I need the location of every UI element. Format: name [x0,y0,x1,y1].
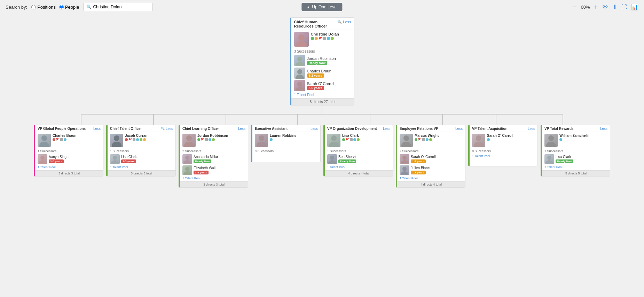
child-card-title: Chief Learning Officer [182,127,237,131]
card-footer: 8 directs 27 total [291,98,354,105]
successor-badge: 1-2 years [307,73,324,78]
child-card-6: VP Talent Acquisition Less Sarah O' Carr… [468,125,538,166]
svg-point-4 [297,69,302,74]
child-less-btn[interactable]: Less [455,127,463,131]
svg-point-35 [329,142,339,147]
child-card-title: VP Organization Development [327,127,382,131]
radio-positions[interactable]: Positions [31,5,56,10]
svg-point-25 [111,160,119,164]
child-card-2: Chief Learning Officer Less Jordan Robbi… [179,125,248,188]
tree-connector-svg [44,105,600,125]
talent-pool-link[interactable]: 1 Talent Pool [182,177,245,180]
card-footer: 5 directs 5 total [542,170,610,176]
up-one-level-button[interactable]: ▲ Up One Level [301,3,342,11]
svg-point-46 [548,135,554,141]
svg-point-36 [330,156,334,160]
svg-point-48 [547,156,551,160]
talent-pool-link[interactable]: 1 Talent Pool [38,165,101,169]
person-name: Lauren Robbins [270,134,296,138]
child-less-btn[interactable]: Less [238,127,245,131]
svg-point-24 [113,156,117,160]
card-footer: 3 directs 3 total [180,181,248,187]
successor-name: Jordan Robinson [307,56,336,61]
talent-pool-link[interactable]: 1 Talent Pool [400,177,463,180]
svg-point-19 [39,142,49,147]
center-card-title: Chief Human Resources Officer [294,20,337,28]
zoom-plus-button[interactable]: + [594,3,598,11]
person-name: Sarah O' Carroll [487,134,513,138]
child-card-title: VP Talent Acquisition [472,127,527,131]
successor-name: Sarah O' Carroll [307,81,335,86]
child-less-btn[interactable]: Less [311,127,318,131]
child-less-btn[interactable]: Less [166,127,173,131]
search-magnify-icon[interactable]: 🔍 [337,20,341,24]
child-card-4: VP Organization Development Less Lisa Cl… [323,125,393,177]
child-card-3: Executive Assistant Less Lauren Robbins … [251,125,321,162]
svg-point-30 [185,167,189,171]
successors-label: 3 Successors [294,49,351,53]
child-card-title: VP Total Rewards [544,127,599,131]
svg-point-39 [401,142,411,147]
child-card-1: Chief Talent Officer 🔍 Less Jacob Curran… [106,125,176,177]
svg-point-1 [296,41,307,47]
child-less-btn[interactable]: Less [93,127,101,131]
radio-group: Positions People [31,5,79,10]
successors-label: 1 Successors [544,149,607,153]
svg-point-37 [328,160,336,164]
talent-pool-link[interactable]: 1 Talent Pool [294,93,351,97]
person-name: Jacob Curran [125,134,147,138]
child-card-title: Chief Talent Officer [110,127,161,131]
svg-point-44 [476,135,481,141]
children-row: VP Global People Operations Less Charles… [7,125,637,188]
successors-label: 1 Successors [110,149,173,153]
chart-icon[interactable]: 📊 [631,3,638,11]
svg-point-29 [183,160,191,164]
card-footer: 4 directs 4 total [397,181,465,187]
child-less-btn[interactable]: Less [600,127,607,131]
talent-pool-link[interactable]: 1 Talent Pool [110,165,173,169]
expand-icon[interactable]: ⛶ [621,4,627,10]
search-icon[interactable]: 🔍 [161,127,165,130]
talent-pool-link[interactable]: 1 Talent Pool [544,165,607,169]
talent-pool-link[interactable]: 1 Talent Pool [327,165,390,169]
svg-point-34 [331,135,337,141]
svg-point-7 [296,87,304,91]
person-name: Charles Braun [53,134,76,138]
successors-label: 2 Successors [400,149,463,153]
search-by-label: Search by: [6,5,27,10]
zoom-minus-button[interactable]: − [573,3,577,11]
successors-label: 2 Successors [182,149,245,153]
successor-badge: 3-5 years [307,86,324,90]
child-less-btn[interactable]: Less [528,127,535,131]
successors-label: 0 Successors [255,149,318,153]
svg-point-0 [298,34,305,41]
radio-people[interactable]: People [59,5,79,10]
child-less-btn[interactable]: Less [383,127,390,131]
talent-pool-link[interactable]: 1 Talent Pool [472,154,535,158]
child-card-title: VP Global People Operations [38,127,92,131]
svg-point-20 [40,156,45,160]
person-name: Marcus Wright [415,134,439,138]
person-name: William Zamchelii [559,134,589,138]
svg-point-23 [112,142,121,147]
svg-point-31 [183,171,191,175]
search-icon: 🔍 [86,5,92,9]
svg-point-2 [297,57,302,62]
person-name: Lisa Clark [342,134,360,138]
svg-point-6 [297,82,302,87]
child-card-title: Employee Relations VP [400,127,454,131]
download-icon[interactable]: ⬇ [612,3,617,11]
svg-point-49 [545,160,553,164]
search-box: 🔍 [83,3,153,11]
card-footer: 3 directs 3 total [108,170,175,176]
successor-badge: Ready Now [307,61,328,65]
card-footer: 3 directs 3 total [35,170,103,176]
svg-point-26 [186,135,192,141]
org-chart-container: Chief Human Resources Officer 🔍 Less Chr… [0,14,644,286]
successors-label: 1 Successors [327,149,390,153]
center-card-less-btn[interactable]: Less [343,20,351,24]
eye-icon[interactable]: 👁 [602,3,608,11]
svg-point-42 [402,167,407,171]
search-input[interactable] [93,5,145,9]
svg-point-32 [259,135,264,141]
